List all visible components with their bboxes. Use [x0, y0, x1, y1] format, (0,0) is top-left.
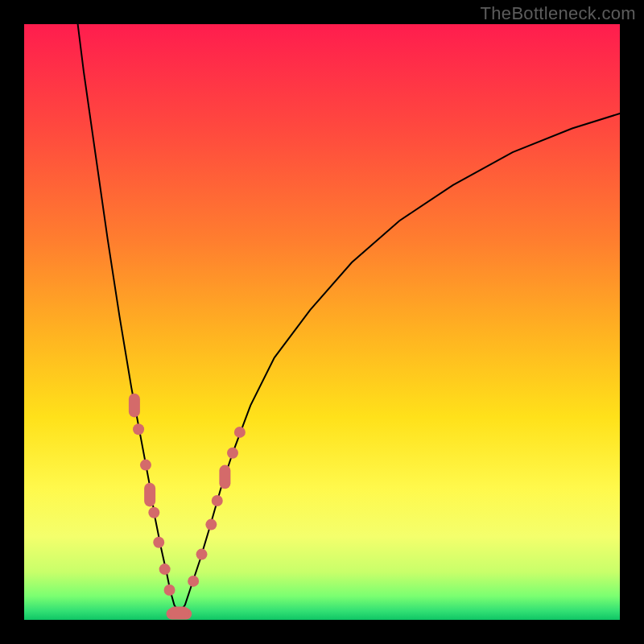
- marker-dot: [133, 423, 144, 435]
- marker-pill: [219, 465, 230, 489]
- chart-frame: TheBottleneck.com: [0, 0, 644, 644]
- marker-dot: [188, 576, 199, 587]
- marker-dot: [153, 537, 164, 548]
- marker-dot: [234, 427, 246, 438]
- marker-pill: [129, 394, 140, 418]
- marker-dot: [164, 584, 175, 596]
- plot-area: [24, 24, 620, 620]
- marker-pill: [144, 483, 155, 507]
- marker-dot: [212, 495, 223, 506]
- curve-right_branch: [179, 114, 620, 613]
- marker-dot: [140, 460, 151, 471]
- curve-layer: [24, 24, 620, 620]
- marker-dot: [159, 564, 171, 575]
- watermark-text: TheBottleneck.com: [481, 3, 636, 24]
- marker-dot: [205, 519, 217, 530]
- marker-dot: [148, 507, 159, 518]
- curve-left_branch: [78, 24, 180, 613]
- marker-pill: [169, 606, 189, 617]
- marker-dot: [227, 448, 238, 459]
- marker-dot: [196, 549, 208, 560]
